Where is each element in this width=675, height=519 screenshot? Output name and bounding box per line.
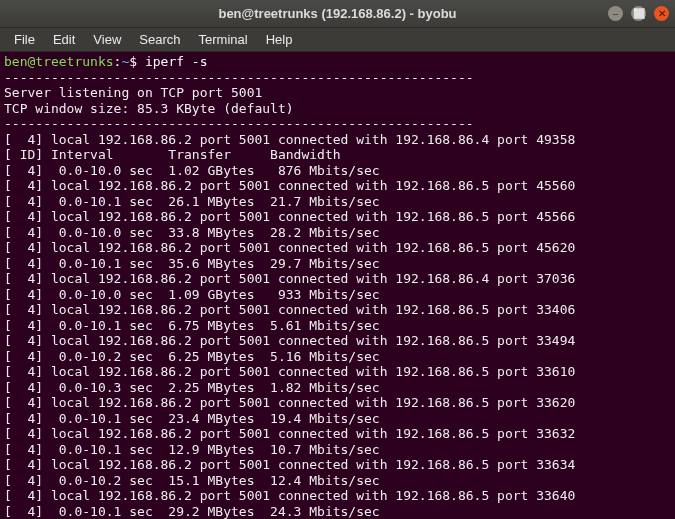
terminal-output-line: [ 4] local 192.168.86.2 port 5001 connec…: [4, 240, 671, 256]
terminal-output-line: Server listening on TCP port 5001: [4, 85, 671, 101]
terminal-output-line: [ 4] 0.0-10.0 sec 1.09 GBytes 933 Mbits/…: [4, 287, 671, 303]
command-text: iperf -s: [145, 54, 208, 69]
terminal-output-line: [ 4] local 192.168.86.2 port 5001 connec…: [4, 488, 671, 504]
close-icon: ✕: [658, 8, 666, 19]
terminal-output-line: [ ID] Interval Transfer Bandwidth: [4, 147, 671, 163]
window-controls: – ⬜ ✕: [608, 6, 669, 21]
prompt-line: ben@treetrunks:~$ iperf -s: [4, 54, 671, 70]
menu-edit[interactable]: Edit: [45, 30, 83, 49]
terminal-output-line: [ 4] local 192.168.86.2 port 5001 connec…: [4, 395, 671, 411]
terminal-output-line: [ 4] 0.0-10.1 sec 12.9 MBytes 10.7 Mbits…: [4, 442, 671, 458]
terminal-output-line: [ 4] local 192.168.86.2 port 5001 connec…: [4, 333, 671, 349]
terminal-output-line: [ 4] local 192.168.86.2 port 5001 connec…: [4, 209, 671, 225]
menu-help[interactable]: Help: [258, 30, 301, 49]
prompt-user: ben: [4, 54, 27, 69]
terminal-output-line: TCP window size: 85.3 KByte (default): [4, 101, 671, 117]
terminal-output-line: [ 4] 0.0-10.2 sec 6.25 MBytes 5.16 Mbits…: [4, 349, 671, 365]
terminal-output-line: [ 4] 0.0-10.3 sec 2.25 MBytes 1.82 Mbits…: [4, 380, 671, 396]
prompt-sep: $: [129, 54, 145, 69]
terminal-output-line: [ 4] 0.0-10.1 sec 23.4 MBytes 19.4 Mbits…: [4, 411, 671, 427]
close-button[interactable]: ✕: [654, 6, 669, 21]
terminal-output-line: [ 4] 0.0-10.1 sec 26.1 MBytes 21.7 Mbits…: [4, 194, 671, 210]
terminal-output-line: ----------------------------------------…: [4, 70, 671, 86]
terminal-output-line: [ 4] local 192.168.86.2 port 5001 connec…: [4, 302, 671, 318]
menu-file[interactable]: File: [6, 30, 43, 49]
terminal-output-line: [ 4] 0.0-10.1 sec 35.6 MBytes 29.7 Mbits…: [4, 256, 671, 272]
terminal-output-line: [ 4] 0.0-10.0 sec 1.02 GBytes 876 Mbits/…: [4, 163, 671, 179]
terminal-output-line: [ 4] local 192.168.86.2 port 5001 connec…: [4, 271, 671, 287]
terminal-area[interactable]: ben@treetrunks:~$ iperf -s--------------…: [0, 52, 675, 519]
menu-bar: File Edit View Search Terminal Help: [0, 28, 675, 52]
terminal-output-line: [ 4] local 192.168.86.2 port 5001 connec…: [4, 457, 671, 473]
terminal-output-line: [ 4] 0.0-10.0 sec 33.8 MBytes 28.2 Mbits…: [4, 225, 671, 241]
prompt-host: treetrunks: [35, 54, 113, 69]
maximize-icon: ⬜: [633, 8, 645, 19]
terminal-output-line: [ 4] local 192.168.86.2 port 5001 connec…: [4, 132, 671, 148]
menu-view[interactable]: View: [85, 30, 129, 49]
menu-terminal[interactable]: Terminal: [191, 30, 256, 49]
window-title: ben@treetrunks (192.168.86.2) - byobu: [218, 6, 456, 21]
terminal-output-line: [ 4] 0.0-10.1 sec 6.75 MBytes 5.61 Mbits…: [4, 318, 671, 334]
minimize-button[interactable]: –: [608, 6, 623, 21]
terminal-output-line: [ 4] local 192.168.86.2 port 5001 connec…: [4, 426, 671, 442]
terminal-output-line: [ 4] 0.0-10.1 sec 29.2 MBytes 24.3 Mbits…: [4, 504, 671, 520]
menu-search[interactable]: Search: [131, 30, 188, 49]
minimize-icon: –: [613, 8, 619, 19]
terminal-output-line: ----------------------------------------…: [4, 116, 671, 132]
terminal-output-line: [ 4] local 192.168.86.2 port 5001 connec…: [4, 178, 671, 194]
terminal-output-line: [ 4] local 192.168.86.2 port 5001 connec…: [4, 364, 671, 380]
maximize-button[interactable]: ⬜: [631, 6, 646, 21]
window-titlebar: ben@treetrunks (192.168.86.2) - byobu – …: [0, 0, 675, 28]
terminal-output-line: [ 4] 0.0-10.2 sec 15.1 MBytes 12.4 Mbits…: [4, 473, 671, 489]
